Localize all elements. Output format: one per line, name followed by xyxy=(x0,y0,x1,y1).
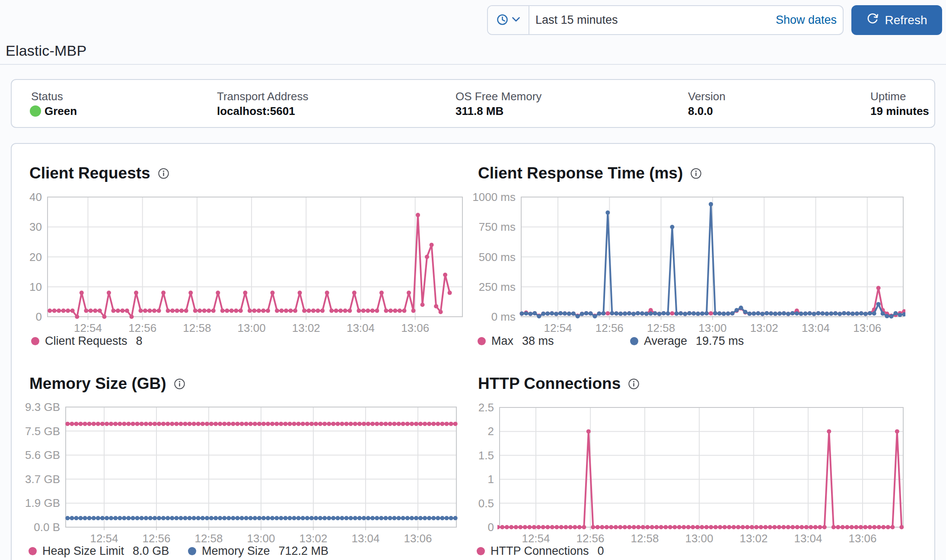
status-item-value: 311.8 MB xyxy=(455,104,503,118)
legend-series-value: 0 xyxy=(598,544,604,558)
legend-series-label: Heap Size Limit xyxy=(42,544,124,558)
date-range-input[interactable]: Last 15 minutes Show dates xyxy=(529,6,843,34)
svg-text:30: 30 xyxy=(29,220,42,233)
svg-text:13:04: 13:04 xyxy=(351,532,379,545)
legend-item-http-connections: HTTP Connections0 xyxy=(477,545,604,557)
chevron-down-icon xyxy=(512,17,520,23)
svg-text:12:56: 12:56 xyxy=(128,321,156,334)
refresh-label: Refresh xyxy=(885,13,927,27)
svg-text:0.5: 0.5 xyxy=(478,497,494,510)
chart-title-text: Memory Size (GB) xyxy=(29,375,166,393)
svg-text:7.5 GB: 7.5 GB xyxy=(25,425,60,438)
health-status-dot xyxy=(30,105,41,117)
legend-series-dot xyxy=(29,547,37,555)
chart-title-text: HTTP Connections xyxy=(478,375,621,393)
svg-text:13:04: 13:04 xyxy=(347,321,375,334)
legend-series-label: HTTP Connections xyxy=(491,544,589,558)
svg-text:13:00: 13:00 xyxy=(247,532,275,545)
svg-text:1: 1 xyxy=(488,473,494,486)
status-item-label: OS Free Memory xyxy=(455,90,541,103)
svg-text:12:58: 12:58 xyxy=(647,321,675,334)
legend-item-client-requests: Client Requests8 xyxy=(31,335,143,347)
info-icon[interactable] xyxy=(174,378,185,390)
svg-text:9.3 GB: 9.3 GB xyxy=(25,401,60,414)
svg-text:12:54: 12:54 xyxy=(544,321,572,334)
svg-text:1.9 GB: 1.9 GB xyxy=(25,496,60,509)
status-item-value: localhost:5601 xyxy=(217,104,295,118)
svg-text:13:02: 13:02 xyxy=(739,532,768,545)
legend-series-value: 8 xyxy=(136,334,143,348)
client-requests-chart[interactable]: 01020304012:5412:5612:5813:0013:0213:041… xyxy=(0,186,475,338)
refresh-button[interactable]: Refresh xyxy=(851,5,942,35)
show-dates-link[interactable]: Show dates xyxy=(776,13,837,27)
svg-text:13:02: 13:02 xyxy=(750,321,778,334)
status-item-value-text: Green xyxy=(45,105,77,118)
clock-icon xyxy=(497,14,508,27)
date-range-value: Last 15 minutes xyxy=(535,13,618,27)
info-icon[interactable] xyxy=(158,168,169,179)
svg-text:1.5: 1.5 xyxy=(478,449,494,462)
svg-text:12:56: 12:56 xyxy=(142,532,170,545)
status-item-value-text: localhost:5601 xyxy=(217,105,295,118)
svg-text:5.6 GB: 5.6 GB xyxy=(25,449,60,461)
legend-series-label: Memory Size xyxy=(202,544,270,558)
chart-title-client-requests: Client Requests xyxy=(29,164,169,183)
client-response-time-chart[interactable]: 0 ms250 ms500 ms750 ms1000 ms12:5412:561… xyxy=(456,186,916,338)
memory-size-chart[interactable]: 0.0 B1.9 GB3.7 GB5.6 GB7.5 GB9.3 GB12:54… xyxy=(1,396,469,548)
info-icon[interactable] xyxy=(628,378,640,390)
chart-title-text: Client Requests xyxy=(29,164,150,182)
status-item-label: Status xyxy=(31,90,63,103)
svg-text:2.5: 2.5 xyxy=(478,401,494,414)
super-date-picker: Last 15 minutes Show dates xyxy=(487,5,844,35)
svg-text:13:04: 13:04 xyxy=(794,532,822,545)
svg-text:13:00: 13:00 xyxy=(685,532,713,545)
svg-text:13:00: 13:00 xyxy=(238,321,266,334)
legend-series-value: 19.75 ms xyxy=(696,334,744,348)
status-item-value-text: 311.8 MB xyxy=(455,105,503,118)
svg-text:20: 20 xyxy=(29,251,42,264)
svg-text:12:58: 12:58 xyxy=(183,321,211,334)
svg-text:500 ms: 500 ms xyxy=(479,251,516,264)
svg-text:13:06: 13:06 xyxy=(401,321,429,334)
status-item-value-text: 19 minutes xyxy=(870,105,929,118)
page-header: Elastic-MBP Last 15 minutes Show dates R… xyxy=(0,0,946,65)
svg-text:750 ms: 750 ms xyxy=(479,220,516,233)
svg-text:1000 ms: 1000 ms xyxy=(472,191,516,204)
legend-series-label: Max xyxy=(491,334,513,348)
status-summary-panel: StatusGreenTransport Addresslocalhost:56… xyxy=(11,79,935,128)
status-item-value: 19 minutes xyxy=(870,104,929,118)
svg-text:0 ms: 0 ms xyxy=(491,310,516,323)
svg-text:12:58: 12:58 xyxy=(194,532,223,545)
chart-title-client-response-time: Client Response Time (ms) xyxy=(478,164,702,183)
svg-text:12:56: 12:56 xyxy=(596,321,624,334)
status-item-label: Version xyxy=(688,90,726,103)
svg-text:12:54: 12:54 xyxy=(522,532,550,545)
date-quick-select-button[interactable] xyxy=(488,6,529,34)
svg-text:13:06: 13:06 xyxy=(848,532,876,545)
http-connections-chart[interactable]: 00.511.522.512:5412:5612:5813:0013:0213:… xyxy=(435,396,916,548)
status-item-value: 8.0.0 xyxy=(688,104,713,118)
svg-text:0: 0 xyxy=(36,310,42,323)
legend-series-value: 712.2 MB xyxy=(279,544,329,558)
legend-item-memory-size: Memory Size712.2 MB xyxy=(188,545,328,557)
svg-text:12:58: 12:58 xyxy=(631,532,659,545)
chart-title-text: Client Response Time (ms) xyxy=(478,164,683,182)
info-icon[interactable] xyxy=(690,168,702,179)
legend-series-dot xyxy=(188,547,196,555)
legend-item-max: Max38 ms xyxy=(478,335,554,347)
legend-series-dot xyxy=(478,337,486,345)
legend-item-average: Average19.75 ms xyxy=(630,335,744,347)
page-title: Elastic-MBP xyxy=(6,42,86,59)
legend-series-label: Average xyxy=(644,334,687,348)
svg-text:13:02: 13:02 xyxy=(299,532,327,545)
svg-text:13:00: 13:00 xyxy=(698,321,726,334)
status-item-value: Green xyxy=(30,104,77,118)
svg-text:13:06: 13:06 xyxy=(404,532,432,545)
svg-text:13:06: 13:06 xyxy=(853,321,881,334)
legend-series-dot xyxy=(31,337,39,345)
legend-series-value: 38 ms xyxy=(522,334,554,348)
chart-title-memory-size: Memory Size (GB) xyxy=(29,374,185,393)
svg-text:3.7 GB: 3.7 GB xyxy=(25,473,60,486)
legend-series-dot xyxy=(477,547,485,555)
svg-text:13:02: 13:02 xyxy=(292,321,320,334)
